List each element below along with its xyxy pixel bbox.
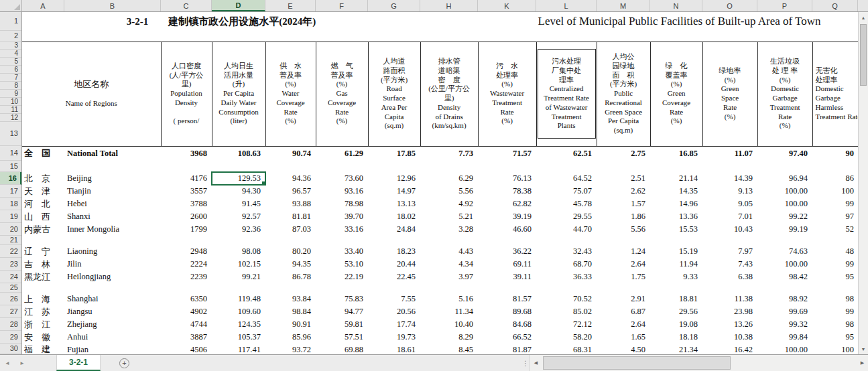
col-header-M[interactable]: 人均公 园绿地 面 积 (平方米) Public Recreational Gr…: [597, 42, 650, 146]
cell-Q24[interactable]: 95: [812, 271, 858, 283]
cell-P16[interactable]: 96.94: [757, 172, 812, 185]
cell-M20[interactable]: 5.56: [597, 223, 650, 236]
row-header-23[interactable]: 23: [0, 258, 21, 271]
cell-C16[interactable]: 4176: [161, 172, 212, 185]
cell-K19[interactable]: 39.19: [478, 210, 536, 223]
cell-B17-region-en[interactable]: Tianjin: [64, 185, 161, 198]
cell-L24[interactable]: 36.33: [536, 271, 597, 283]
cell-L16[interactable]: 64.52: [536, 172, 597, 185]
cell-H14[interactable]: 7.73: [420, 146, 478, 161]
cell-K27[interactable]: 89.68: [478, 305, 536, 318]
column-header-G[interactable]: G: [368, 0, 420, 11]
cell-M30[interactable]: 4.50: [597, 344, 650, 354]
cell-D20[interactable]: 92.36: [212, 223, 265, 236]
cell-B19-region-en[interactable]: Shanxi: [64, 210, 161, 223]
cell-E18[interactable]: 93.88: [265, 198, 316, 210]
scroll-up-icon[interactable]: ▲: [859, 12, 868, 23]
cell-Q29[interactable]: 95: [812, 331, 858, 344]
cell-A24-region-cn[interactable]: 黑龙江: [22, 271, 64, 283]
cell-D14[interactable]: 108.63: [212, 146, 265, 161]
col-header-region[interactable]: 地区名称Name of Regions: [22, 42, 161, 146]
cell-K14[interactable]: 71.57: [478, 146, 536, 161]
cell-B28-region-en[interactable]: Zhejiang: [64, 318, 161, 331]
cell-P19[interactable]: 99.22: [757, 210, 812, 223]
vertical-scrollbar[interactable]: ▲ ▼: [858, 12, 868, 354]
cell-N23[interactable]: 11.94: [650, 258, 702, 271]
tab-splitter-handle[interactable]: ⋮: [521, 355, 530, 371]
cell-O14[interactable]: 11.07: [702, 146, 757, 161]
cell-N27[interactable]: 29.56: [650, 305, 702, 318]
cell-M17[interactable]: 2.62: [597, 185, 650, 198]
cell-F30[interactable]: 69.88: [316, 344, 368, 354]
cell-E30[interactable]: 93.72: [265, 344, 316, 354]
cell-P18[interactable]: 100.00: [757, 198, 812, 210]
cell-N22[interactable]: 15.19: [650, 245, 702, 258]
cell-L18[interactable]: 45.78: [536, 198, 597, 210]
cell-D26[interactable]: 119.48: [212, 293, 265, 305]
cell-N29[interactable]: 18.18: [650, 331, 702, 344]
cell-A22-region-cn[interactable]: 辽 宁: [22, 245, 64, 258]
cell-H30[interactable]: 8.45: [420, 344, 478, 354]
cell-H16[interactable]: 6.29: [420, 172, 478, 185]
cell-O24[interactable]: 6.38: [702, 271, 757, 283]
row-header-19[interactable]: 19: [0, 210, 21, 223]
col-header-F[interactable]: 燃 气 普及率 (%) Gas Coverage Rate (%): [316, 42, 368, 146]
cell-F19[interactable]: 39.70: [316, 210, 368, 223]
cell-P24[interactable]: 98.42: [757, 271, 812, 283]
cell-L27[interactable]: 85.02: [536, 305, 597, 318]
cell-C18[interactable]: 3788: [161, 198, 212, 210]
sheet-tab-3-2-1[interactable]: 3-2-1: [56, 355, 101, 371]
cell-Q18[interactable]: 99: [812, 198, 858, 210]
cell-M26[interactable]: 2.91: [597, 293, 650, 305]
cell-A23-region-cn[interactable]: 吉 林: [22, 258, 64, 271]
row-header-28[interactable]: 28: [0, 318, 21, 331]
cell-B14-region-en[interactable]: National Total: [64, 146, 161, 161]
column-header-K[interactable]: K: [478, 0, 536, 11]
cell-C30[interactable]: 4506: [161, 344, 212, 354]
cell-G28[interactable]: 17.74: [368, 318, 420, 331]
row-header-6[interactable]: 6: [0, 66, 21, 74]
cell-G26[interactable]: 7.55: [368, 293, 420, 305]
column-header-M[interactable]: M: [597, 0, 650, 11]
cell-F26[interactable]: 75.83: [316, 293, 368, 305]
cell-N26[interactable]: 18.81: [650, 293, 702, 305]
cell-L26[interactable]: 70.52: [536, 293, 597, 305]
cell-L17[interactable]: 75.07: [536, 185, 597, 198]
cell-H17[interactable]: 5.56: [420, 185, 478, 198]
cell-O27[interactable]: 23.98: [702, 305, 757, 318]
cell-H28[interactable]: 10.40: [420, 318, 478, 331]
cell-A26-region-cn[interactable]: 上 海: [22, 293, 64, 305]
cell-B18-region-en[interactable]: Hebei: [64, 198, 161, 210]
cell-O19[interactable]: 7.01: [702, 210, 757, 223]
add-sheet-button[interactable]: +: [119, 358, 129, 368]
cell-N18[interactable]: 14.96: [650, 198, 702, 210]
cell-C26[interactable]: 6350: [161, 293, 212, 305]
cell-C27[interactable]: 4902: [161, 305, 212, 318]
cell-A19-region-cn[interactable]: 山 西: [22, 210, 64, 223]
cell-H22[interactable]: 4.43: [420, 245, 478, 258]
row-header-13[interactable]: 13: [0, 122, 21, 146]
cell-D27[interactable]: 109.60: [212, 305, 265, 318]
cell-Q19[interactable]: 97: [812, 210, 858, 223]
cell-A17-region-cn[interactable]: 天 津: [22, 185, 64, 198]
column-header-A[interactable]: A: [22, 0, 64, 11]
cell-Q30[interactable]: 100: [812, 344, 858, 354]
cell-A14-region-cn[interactable]: 全 国: [22, 146, 64, 161]
row-header-30[interactable]: 30: [0, 344, 21, 354]
tab-nav-left-icon[interactable]: ◄: [0, 355, 15, 371]
cell-B23-region-en[interactable]: Jilin: [64, 258, 161, 271]
row-header-4[interactable]: 4: [0, 50, 21, 58]
cell-E14[interactable]: 90.74: [265, 146, 316, 161]
cell-M19[interactable]: 1.86: [597, 210, 650, 223]
col-header-D[interactable]: 人均日生 活用水量 (升) Per Capita Daily Water Con…: [212, 42, 265, 146]
cell-M29[interactable]: 1.65: [597, 331, 650, 344]
cell-E17[interactable]: 96.57: [265, 185, 316, 198]
column-header-N[interactable]: N: [650, 0, 702, 11]
cell-L29[interactable]: 58.20: [536, 331, 597, 344]
cell-E26[interactable]: 93.84: [265, 293, 316, 305]
cell-G23[interactable]: 20.44: [368, 258, 420, 271]
row-header-12[interactable]: 12: [0, 114, 21, 122]
col-header-L[interactable]: 污水处理 厂集中处 理率 Centralized Treatment Rate …: [536, 42, 597, 146]
cell-M18[interactable]: 1.57: [597, 198, 650, 210]
cell-H19[interactable]: 5.21: [420, 210, 478, 223]
